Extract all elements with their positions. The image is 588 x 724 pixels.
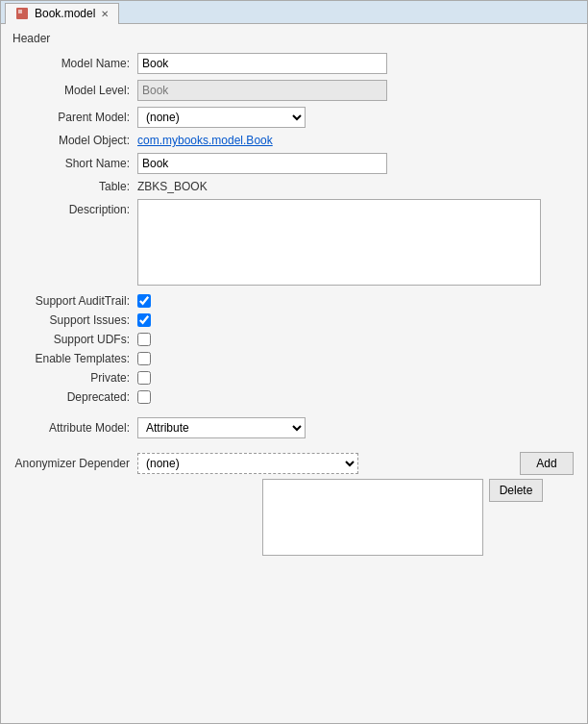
- support-udfs-checkbox[interactable]: [137, 333, 151, 346]
- private-checkbox[interactable]: [137, 371, 151, 385]
- attribute-model-field-wrap: Attribute: [137, 417, 576, 438]
- model-level-input: [137, 80, 387, 101]
- anonymizer-select-wrap: (none): [137, 453, 514, 474]
- short-name-field-wrap: [137, 153, 576, 174]
- support-audittrail-label: Support AuditTrail:: [12, 294, 137, 308]
- main-window: Book.model ✕ Header Model Name: Model Le…: [0, 0, 588, 724]
- attribute-model-section: Attribute Model: Attribute: [12, 417, 576, 438]
- private-label: Private:: [12, 371, 137, 385]
- support-issues-checkbox[interactable]: [137, 313, 151, 327]
- anonymizer-select[interactable]: (none): [137, 453, 358, 474]
- model-name-label: Model Name:: [12, 57, 137, 70]
- anonymizer-label: Anonymizer Depender: [12, 457, 137, 470]
- table-label: Table:: [12, 180, 137, 193]
- enable-templates-label: Enable Templates:: [12, 352, 137, 365]
- anonymizer-section: Anonymizer Depender (none) Add Delete: [12, 452, 576, 556]
- model-name-input[interactable]: [137, 53, 387, 74]
- tab-label: Book.model: [35, 7, 95, 20]
- private-row: [137, 371, 576, 385]
- tab-close-icon[interactable]: ✕: [101, 9, 109, 19]
- deprecated-row: [137, 390, 576, 404]
- form-content: Header Model Name: Model Level: Parent M…: [1, 24, 587, 723]
- anonymizer-row: Anonymizer Depender (none) Add: [12, 452, 576, 475]
- section-header: Header: [12, 32, 576, 45]
- tab-bar: Book.model ✕: [1, 1, 587, 24]
- table-value: ZBKS_BOOK: [137, 180, 208, 193]
- header-form: Model Name: Model Level: Parent Model: (…: [12, 53, 576, 404]
- parent-model-label: Parent Model:: [12, 111, 137, 124]
- attribute-model-select[interactable]: Attribute: [137, 417, 306, 438]
- add-button[interactable]: Add: [520, 452, 574, 475]
- deprecated-label: Deprecated:: [12, 390, 137, 404]
- model-object-field-wrap: com.mybooks.model.Book: [137, 134, 576, 147]
- support-issues-label: Support Issues:: [12, 313, 137, 327]
- delete-button[interactable]: Delete: [489, 479, 543, 502]
- parent-model-field-wrap: (none): [137, 107, 576, 128]
- model-object-link[interactable]: com.mybooks.model.Book: [137, 134, 273, 147]
- table-value-wrap: ZBKS_BOOK: [137, 180, 576, 193]
- support-udfs-label: Support UDFs:: [12, 333, 137, 346]
- short-name-label: Short Name:: [12, 157, 137, 170]
- model-object-label: Model Object:: [12, 134, 137, 147]
- support-audittrail-row: [137, 294, 576, 308]
- description-label: Description:: [12, 199, 137, 216]
- enable-templates-checkbox[interactable]: [137, 352, 151, 365]
- anonymizer-list: [262, 479, 483, 556]
- support-udfs-row: [137, 333, 576, 346]
- description-textarea[interactable]: [137, 199, 541, 286]
- model-icon: [15, 7, 29, 20]
- delete-btn-wrap: Delete: [489, 479, 543, 502]
- model-name-field-wrap: [137, 53, 576, 74]
- anonymizer-list-row: Delete: [137, 479, 576, 556]
- description-field-wrap: [137, 199, 576, 288]
- add-btn-wrap: Add: [514, 452, 576, 475]
- support-audittrail-checkbox[interactable]: [137, 294, 151, 308]
- parent-model-select[interactable]: (none): [137, 107, 306, 128]
- deprecated-checkbox[interactable]: [137, 390, 151, 404]
- book-model-tab[interactable]: Book.model ✕: [5, 3, 119, 24]
- enable-templates-row: [137, 352, 576, 365]
- attribute-model-label: Attribute Model:: [12, 421, 137, 435]
- short-name-input[interactable]: [137, 153, 387, 174]
- model-level-label: Model Level:: [12, 84, 137, 97]
- support-issues-row: [137, 313, 576, 327]
- svg-rect-1: [18, 10, 22, 13]
- model-level-field-wrap: [137, 80, 576, 101]
